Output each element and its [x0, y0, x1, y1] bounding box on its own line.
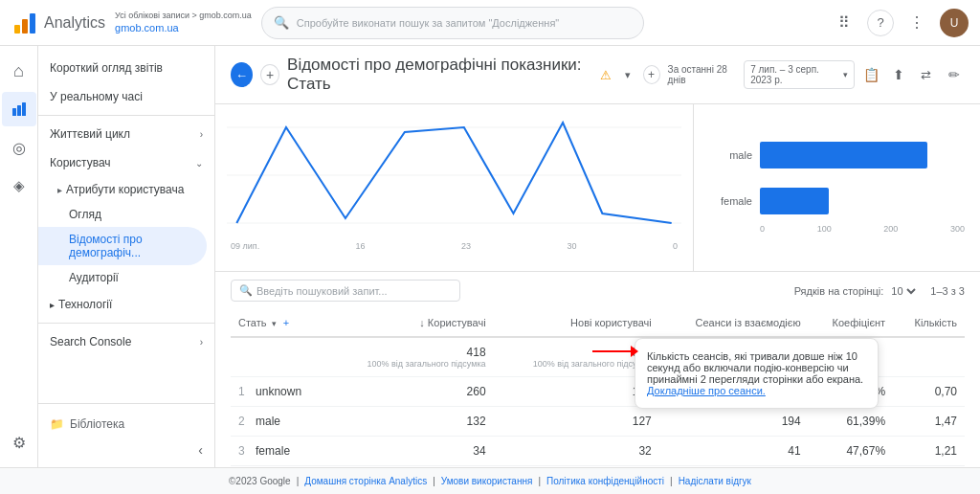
th-users[interactable]: ↓ Користувачі [327, 309, 493, 337]
left-nav-advertising[interactable]: ◈ [2, 168, 36, 203]
back-button[interactable]: ← [231, 62, 253, 87]
sidebar-item-user-attributes[interactable]: ▸ Атрибути користувача [38, 177, 214, 202]
more-icon[interactable]: ⋮ [903, 10, 930, 36]
svg-rect-5 [22, 102, 26, 116]
footer-link-privacy[interactable]: Політика конфіденційності [546, 476, 664, 486]
line-chart-svg [227, 108, 681, 242]
th-statt-sort: ▾ [272, 319, 277, 328]
th-sessions[interactable]: Сеанси із взаємодією [659, 309, 809, 337]
left-nav-settings[interactable]: ⚙ [2, 425, 36, 460]
apps-icon[interactable]: ⠿ [831, 10, 858, 36]
sidebar-item-demographic[interactable]: Відомості про демографіч... [38, 227, 207, 265]
collapse-icon: ‹ [198, 442, 203, 458]
th-statt-label: Стать [238, 317, 267, 328]
add-button[interactable]: + [260, 64, 279, 85]
svg-rect-2 [30, 13, 35, 34]
compare-icon[interactable]: ⇄ [915, 62, 937, 87]
svg-rect-3 [12, 108, 16, 116]
sidebar-item-search-console[interactable]: Search Console › [38, 327, 214, 356]
sidebar-divider-2 [38, 323, 214, 324]
export-icon[interactable]: ⬆ [888, 62, 910, 87]
sidebar-nav: Короткий огляд звітів У реальному часі Ж… [38, 46, 214, 403]
sidebar-technologies-label: Технології [58, 298, 112, 311]
x-label-4: 30 [568, 241, 577, 251]
title-dropdown[interactable]: ▾ [619, 66, 635, 83]
svg-rect-1 [22, 19, 28, 34]
rows-per-page-select[interactable]: 102550 [887, 284, 919, 298]
row3-num: 3 [238, 444, 245, 458]
x-label-5: 0 [673, 241, 678, 251]
title-add-btn[interactable]: + [643, 65, 660, 84]
row3-count: 1,21 [893, 437, 965, 466]
rows-per-page-label: Рядків на сторінці: [794, 285, 884, 297]
sidebar-item-lifecycle[interactable]: Життєвий цикл › [38, 120, 214, 148]
footer-link-analytics[interactable]: Домашня сторінка Analytics [304, 476, 427, 486]
sidebar-overview-label: Короткий огляд звітів [50, 61, 163, 75]
sidebar-item-audiences[interactable]: Аудиторії [38, 265, 214, 290]
th-count-label: Кількість [914, 317, 957, 328]
sidebar-bottom: 📁 Бібліотека ‹ [38, 403, 214, 467]
search-bar[interactable]: 🔍 Спробуйте виконати пошук за запитом "Д… [261, 7, 644, 39]
help-icon[interactable]: ? [867, 10, 894, 36]
x-label-3: 23 [461, 241, 471, 251]
sidebar-realtime-label: У реальному часі [50, 90, 143, 103]
edit-icon[interactable]: ✏ [943, 62, 965, 87]
sidebar-user-label: Користувач [50, 156, 111, 169]
footer-link-feedback[interactable]: Надіслати відгук [679, 476, 751, 486]
row2-count: 1,47 [893, 407, 965, 437]
sidebar-item-overview[interactable]: Короткий огляд звітів [38, 54, 214, 82]
row3-label: 3 female [231, 437, 327, 466]
sidebar-item-technologies[interactable]: ▸ Технології [38, 290, 214, 319]
table-search[interactable]: 🔍 Введіть пошуковий запит... [231, 280, 460, 302]
analytics-logo-icon [11, 10, 38, 36]
th-users-label: ↓ Користувачі [419, 317, 485, 328]
main-content: ← + Відомості про демографічні показники… [215, 46, 980, 467]
footer: ©2023 Google | Домашня сторінка Analytic… [0, 467, 980, 494]
sidebar-item-user[interactable]: Користувач ⌄ [38, 148, 214, 177]
table-row: 2 male 132 127 194 61,39% 1,47 [231, 407, 965, 437]
left-nav-explore[interactable]: ◎ [2, 130, 36, 165]
th-new-users[interactable]: Нові користувачі [494, 309, 659, 337]
tooltip-link[interactable]: Докладніше про сеанси. [647, 385, 766, 396]
bar-male [760, 142, 927, 168]
footer-link-terms[interactable]: Умови використання [441, 476, 533, 486]
total-users: 418 [335, 346, 485, 359]
th-statt-add[interactable]: + [283, 317, 289, 328]
bar-label-male: male [709, 149, 752, 161]
sidebar-lifecycle-label: Життєвий цикл [50, 127, 130, 141]
row2-label: 2 male [231, 407, 327, 437]
th-count[interactable]: Кількість [893, 309, 965, 337]
x-label-2: 16 [356, 241, 366, 251]
date-range-selector[interactable]: 7 лип. – 3 серп. 2023 р. ▾ [744, 60, 855, 89]
table-row: 3 female 34 32 41 47,67% 1,21 [231, 437, 965, 466]
search-console-chevron: › [200, 337, 203, 348]
table-header-row: Стать ▾ + ↓ Користувачі Нові користувачі [231, 309, 965, 337]
page-title: Відомості про демографічні показники: Ст… [287, 56, 592, 94]
avatar[interactable]: U [940, 9, 969, 37]
table-wrapper: Стать ▾ + ↓ Користувачі Нові користувачі [231, 309, 965, 466]
left-nav-reports[interactable] [2, 92, 36, 126]
row1-name: unknown [256, 385, 301, 398]
th-statt[interactable]: Стать ▾ + [231, 309, 327, 337]
row2-users: 132 [327, 407, 493, 437]
row3-name: female [256, 444, 290, 458]
rows-per-page: Рядків на сторінці: 102550 1–3 з 3 [794, 284, 965, 298]
svg-rect-0 [14, 25, 20, 34]
bar-row-female: female [709, 188, 965, 214]
sidebar-library[interactable]: 📁 Бібліотека [50, 412, 203, 437]
collapse-sidebar[interactable]: ‹ [50, 440, 203, 460]
bar-female [760, 188, 829, 214]
share-icon[interactable]: 📋 [860, 62, 882, 87]
left-nav-home[interactable]: ⌂ [2, 54, 36, 88]
sidebar-item-overview-sub[interactable]: Огляд [38, 202, 214, 227]
sidebar-user-attributes-label: Атрибути користувача [66, 183, 184, 196]
axis-0: 0 [760, 224, 765, 234]
sidebar-item-realtime[interactable]: У реальному часі [38, 82, 214, 111]
date-range-text: 7 лип. – 3 серп. 2023 р. [750, 64, 840, 85]
account-info[interactable]: Усі облікові записи > gmob.com.ua gmob.c… [115, 11, 252, 35]
row1-label: 1 unknown [231, 377, 327, 407]
th-new-users-label: Нові користувачі [570, 317, 652, 328]
content-header: ← + Відомості про демографічні показники… [215, 46, 980, 104]
th-coef[interactable]: Коефіцієнт [809, 309, 893, 337]
footer-copyright: ©2023 Google [229, 476, 291, 486]
